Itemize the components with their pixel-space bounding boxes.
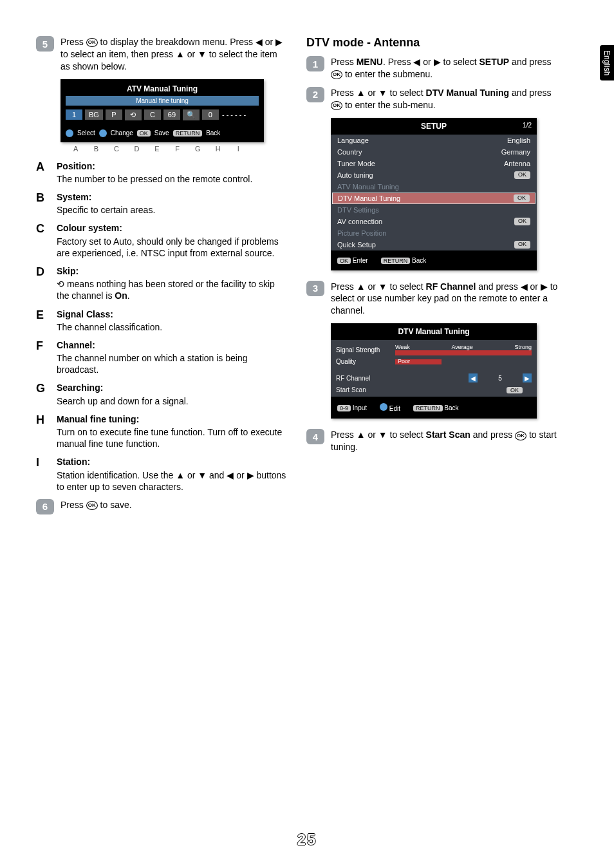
ok-icon: OK (331, 70, 342, 79)
row-key: AV connection (337, 218, 382, 225)
def-letter: I (36, 456, 57, 493)
dpad-icon (66, 129, 73, 137)
step-2: 2 Press ▲ or ▼ to select DTV Manual Tuni… (306, 87, 564, 111)
definition-b: B System:Specific to certain areas. (36, 191, 287, 216)
dtv-body: Signal Strength Weak Average Strong Qual… (331, 340, 537, 397)
setup-row-dim: ATV Manual Tuning (331, 181, 537, 193)
row-key: Picture Position (337, 229, 386, 237)
ok-icon: OK (86, 38, 98, 47)
setup-row: Tuner ModeAntenna (331, 158, 537, 169)
text: Press ▲ or ▼ to select (331, 281, 426, 292)
def-text: Factory set to Auto, should only be chan… (57, 236, 279, 258)
step-2-text: Press ▲ or ▼ to select DTV Manual Tuning… (331, 87, 564, 111)
def-text: . (127, 290, 130, 301)
panel-footer: OK Enter RETURN Back (331, 250, 537, 270)
def-letter: F (36, 339, 57, 376)
setup-row-dim: DTV Settings (331, 204, 537, 216)
def-term: Signal Class: (57, 308, 162, 320)
label-quality: Quality (336, 358, 391, 365)
setup-bold: SETUP (479, 57, 510, 67)
row-key: Quick Setup (337, 241, 376, 249)
def-term: Station: (57, 456, 287, 467)
row-key: Tuner Mode (337, 160, 375, 167)
tuning-row: 1 BG P ⟲ C 69 🔍 0 - - - - - - (66, 109, 259, 120)
step-6-text: Press OK to save. (60, 499, 132, 511)
arrow-right-icon: ▶ (523, 373, 532, 382)
ok-icon: OK (331, 101, 342, 110)
setup-row: CountryGermany (331, 146, 537, 158)
text: Press (60, 500, 86, 510)
panel-title: DTV Manual Tuning (331, 323, 537, 340)
col-label: E (147, 145, 167, 153)
text: Press (60, 37, 86, 47)
def-on: On (115, 290, 127, 301)
label-strong: Strong (514, 344, 532, 350)
setup-row: LanguageEnglish (331, 135, 537, 146)
definition-i: I Station:Station identification. Use th… (36, 456, 287, 493)
panel-subtitle: Manual fine tuning (66, 96, 259, 106)
cell-searching: 🔍 (183, 109, 200, 120)
panel-title: SETUP (421, 122, 447, 131)
def-letter: G (36, 382, 57, 406)
cell-system: BG (85, 109, 103, 120)
panel-footer: 0-9 Input Edit RETURN Back (331, 397, 537, 419)
section-heading: DTV mode - Antenna (306, 36, 564, 50)
skip-icon: ⟲ (57, 279, 64, 289)
term-bold: RF Channel (426, 281, 476, 292)
def-text: means nothing has been stored or the fac… (57, 279, 275, 301)
search-icon: 🔍 (187, 111, 196, 118)
atv-manual-tuning-panel: ATV Manual Tuning Manual fine tuning 1 B… (60, 79, 264, 142)
row-key: Language (337, 137, 369, 144)
panel-title-row: SETUP 1/2 (331, 118, 537, 135)
text: Press ▲ or ▼ to select (331, 88, 426, 98)
cell-position: 1 (66, 109, 82, 120)
term-bold: DTV Manual Tuning (426, 88, 510, 98)
def-letter: D (36, 265, 57, 302)
hint-enter: Enter (353, 257, 368, 264)
return-pill: RETURN (413, 405, 443, 411)
dpad-icon (380, 403, 387, 411)
row-key: ATV Manual Tuning (337, 183, 399, 191)
col-label: C (106, 145, 127, 153)
step-5-text: Press OK to display the breakdown menu. … (60, 36, 287, 73)
definition-h: H Manual fine tuning:Turn on to execute … (36, 413, 287, 450)
setup-row-highlight: DTV Manual TuningOK (332, 193, 535, 204)
page-number: 25 (0, 831, 614, 849)
text: . Press ◀ or ▶ to select (383, 57, 479, 67)
hint-back: Back (412, 257, 426, 264)
step-3-text: Press ▲ or ▼ to select RF Channel and pr… (331, 281, 564, 317)
definition-f: F Channel:The channel number on which a … (36, 339, 287, 376)
dpad-icon (99, 129, 107, 137)
text: and press (509, 57, 551, 67)
setup-row: Quick SetupOK (331, 239, 537, 250)
cell-signal-class: C (144, 109, 161, 120)
ok-pill: OK (337, 258, 351, 264)
text: to enter the sub-menu. (342, 100, 436, 110)
col-label: I (228, 145, 249, 153)
hint-input: Input (353, 404, 367, 411)
step-number-5: 5 (36, 36, 54, 52)
menu-bold: MENU (357, 57, 383, 67)
step-3: 3 Press ▲ or ▼ to select RF Channel and … (306, 281, 564, 317)
return-pill: RETURN (173, 130, 203, 137)
def-term: Colour system: (57, 222, 287, 234)
rf-channel-value: 5 (478, 375, 523, 382)
hint-back: Back (206, 129, 220, 137)
def-letter: H (36, 413, 57, 450)
cell-skip: ⟲ (125, 109, 142, 120)
step-6: 6 Press OK to save. (36, 499, 287, 514)
def-text: The number to be pressed on the remote c… (57, 174, 252, 184)
cell-colour: P (106, 109, 122, 120)
step-1-text: Press MENU. Press ◀ or ▶ to select SETUP… (331, 56, 564, 80)
col-label: H (208, 145, 228, 153)
signal-strength-bar (395, 350, 532, 355)
cell-channel: 69 (163, 109, 180, 120)
text: and press (509, 88, 551, 98)
row-val-ok: OK (514, 218, 530, 225)
def-text: Specific to certain areas. (57, 205, 155, 215)
row-key: Country (337, 148, 362, 156)
step-4: 4 Press ▲ or ▼ to select Start Scan and … (306, 429, 564, 453)
def-text: Search up and down for a signal. (57, 396, 189, 406)
ok-icon: OK (515, 431, 526, 440)
col-label: A (66, 145, 86, 153)
